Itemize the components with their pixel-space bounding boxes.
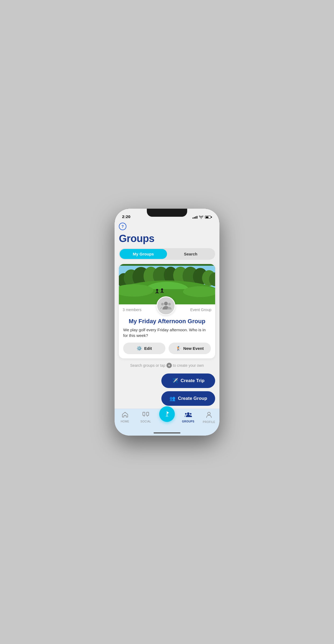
home-label: HOME [121,420,129,423]
status-time: 2:20 [122,214,130,219]
group-name: My Friday Afternoon Group [123,318,211,325]
golf-icon [159,406,175,422]
page-title: Groups [119,233,215,244]
edit-button[interactable]: ⚙️ Edit [123,343,165,354]
notch [147,209,187,217]
tab-my-groups[interactable]: My Groups [120,249,167,259]
hint-plus-icon: + [166,363,172,368]
social-label: SOCIAL [140,420,151,423]
floating-actions: ✈️ Create Trip 👥 Create Group ✕ [119,373,215,409]
edit-icon: ⚙️ [137,346,142,351]
wifi-icon [199,216,203,219]
help-row: ? [119,220,215,231]
svg-point-32 [187,412,189,415]
edit-label: Edit [144,346,152,351]
group-avatar [157,296,175,315]
battery-icon [205,216,212,219]
social-icon [142,412,149,419]
nav-home[interactable]: HOME [118,412,132,423]
new-event-button[interactable]: 🏌️ New Event [169,343,211,354]
group-description: We play golf every Friday afternoon. Who… [123,327,211,338]
tabs-row: My Groups Search [119,248,215,260]
svg-point-27 [164,302,168,305]
group-avatar-icon [160,301,172,311]
new-event-label: New Event [183,346,204,351]
group-card-body: My Friday Afternoon Group We play golf e… [119,315,215,358]
nav-social[interactable]: SOCIAL [138,412,153,423]
groups-icon [184,412,192,419]
svg-point-29 [168,303,171,305]
svg-point-23 [161,288,163,290]
create-group-button[interactable]: 👥 Create Group [161,391,215,406]
home-bar [154,432,180,433]
nav-groups[interactable]: GROUPS [181,412,196,423]
profile-label: PROFILE [203,421,215,424]
status-icons [193,216,212,219]
phone-screen: 2:20 [115,209,219,436]
members-count: 3 members [123,300,141,312]
nav-profile[interactable]: PROFILE [202,412,216,424]
create-trip-button[interactable]: ✈️ Create Trip [161,373,215,388]
group-avatar-row: 3 members Event Group [119,296,215,315]
help-button[interactable]: ? [119,223,126,230]
content-area: ? Groups My Groups Search [115,220,219,409]
profile-icon [206,412,212,420]
create-group-label: Create Group [178,396,207,401]
home-icon [122,412,128,419]
group-card[interactable]: 3 members Event Group [119,264,215,358]
plane-icon: ✈️ [172,378,178,384]
event-group-label: Event Group [190,300,211,312]
svg-point-28 [161,303,164,305]
home-indicator [115,430,219,436]
phone-frame: 2:20 [115,209,219,436]
svg-point-19 [156,289,158,291]
create-trip-label: Create Trip [181,378,205,383]
groups-label: GROUPS [182,420,194,423]
svg-point-35 [208,412,210,415]
people-icon: 👥 [169,396,175,401]
flag-icon: 🏌️ [176,346,181,351]
svg-point-31 [165,416,169,417]
group-actions-row: ⚙️ Edit 🏌️ New Event [123,343,211,354]
bottom-nav: HOME SOCIAL [115,409,219,430]
hint-text: Search groups or tap + to create your ow… [119,363,215,368]
signal-icon [193,216,197,219]
svg-point-33 [185,413,187,415]
hint-after: to create your own [173,363,204,368]
tab-search[interactable]: Search [167,249,214,259]
svg-point-34 [190,413,191,415]
hint-before: Search groups or tap [130,363,165,368]
nav-golf[interactable] [159,406,175,422]
